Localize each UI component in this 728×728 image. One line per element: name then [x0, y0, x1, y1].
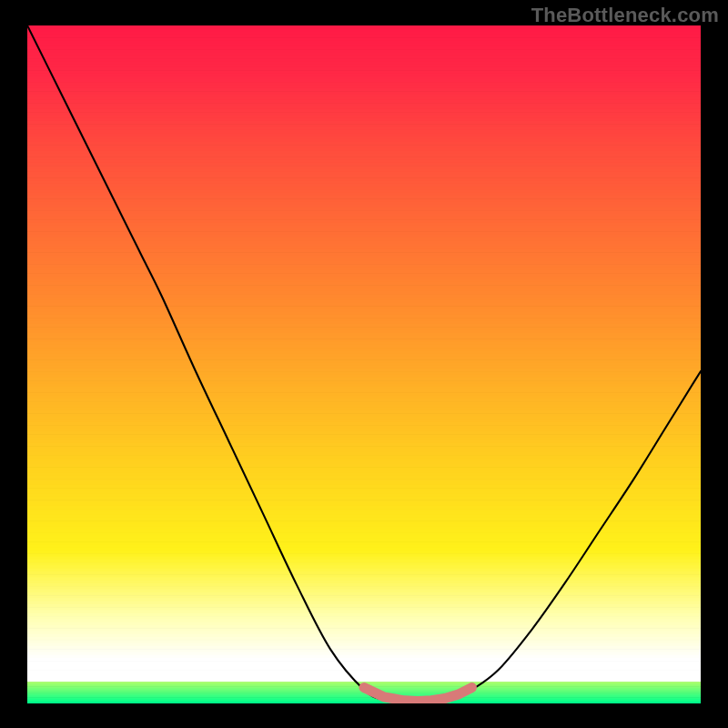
watermark-text: TheBottleneck.com — [531, 4, 719, 27]
svg-rect-233 — [27, 702, 701, 703]
bottleneck-chart — [27, 25, 701, 703]
gradient-background — [27, 25, 701, 682]
chart-frame: TheBottleneck.com — [0, 0, 728, 728]
chart-svg — [27, 25, 701, 703]
